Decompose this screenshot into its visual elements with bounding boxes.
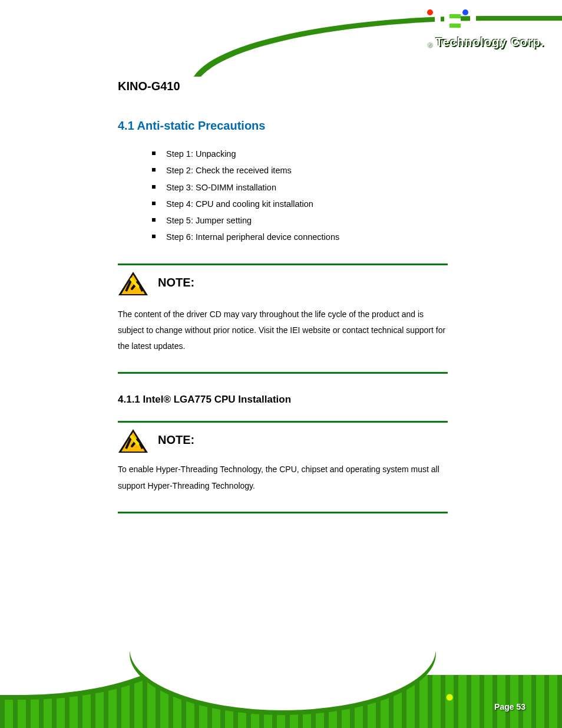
note-body: To enable Hyper-Threading Technology, th… <box>118 462 448 494</box>
divider <box>118 372 448 374</box>
section-heading: 4.1 Anti-static Precautions <box>118 119 448 133</box>
divider <box>118 512 448 513</box>
page-number: Page 53 <box>494 702 525 711</box>
list-item: Step 1: Unpacking <box>152 146 448 162</box>
page-number-value: 53 <box>516 702 525 711</box>
logo-registered: ® <box>427 41 432 49</box>
list-item: Step 5: Jumper setting <box>152 212 448 229</box>
list-item: Step 2: Check the received items <box>152 162 448 179</box>
note-body: The content of the driver CD may vary th… <box>118 307 448 355</box>
warning-triangle-icon <box>118 429 148 453</box>
page-content: KINO-G410 4.1 Anti-static Precautions St… <box>118 80 448 513</box>
logo-dot-blue <box>462 9 468 15</box>
page-label: Page <box>494 702 514 711</box>
logo-company-text: Technology Corp. <box>435 35 544 49</box>
logo-bar-1 <box>435 9 441 34</box>
note-block-2: NOTE: To enable Hyper-Threading Technolo… <box>118 429 448 494</box>
logo-letter-e <box>444 9 461 34</box>
list-item: Step 6: Internal peripheral device conne… <box>152 229 448 245</box>
subsection-heading: 4.1.1 Intel® LGA775 CPU Installation <box>118 394 448 406</box>
product-title: KINO-G410 <box>118 80 448 93</box>
note-title: NOTE: <box>158 276 194 289</box>
logo-iei-mark <box>427 9 476 34</box>
divider <box>118 263 448 265</box>
list-item: Step 3: SO-DIMM installation <box>152 179 448 196</box>
logo-dot-red <box>427 9 433 15</box>
footer-graphic <box>0 651 562 728</box>
list-item: Step 4: CPU and cooling kit installation <box>152 196 448 212</box>
note-block-1: NOTE: The content of the driver CD may v… <box>118 271 448 355</box>
header-graphic: ® Technology Corp. <box>0 0 562 77</box>
warning-triangle-icon <box>118 271 148 296</box>
logo-bar-2 <box>470 9 476 34</box>
logo-mark <box>427 9 544 34</box>
divider <box>118 421 448 423</box>
note-title: NOTE: <box>158 433 194 447</box>
brand-logo: ® Technology Corp. <box>427 9 544 49</box>
install-steps-list: Step 1: Unpacking Step 2: Check the rece… <box>152 146 448 246</box>
page: ® Technology Corp. KINO-G410 4.1 Anti-st… <box>0 0 562 728</box>
